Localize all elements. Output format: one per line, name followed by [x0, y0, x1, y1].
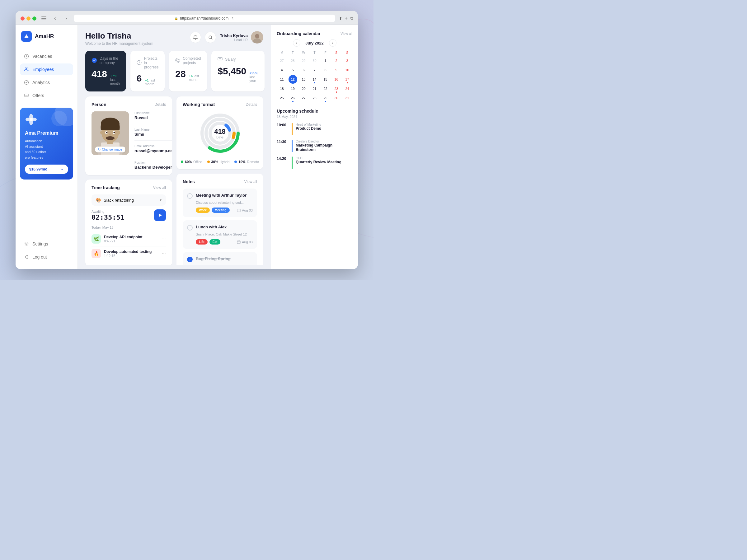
- cal-day-11[interactable]: 11: [278, 75, 286, 84]
- tracking-item-1-more[interactable]: ···: [162, 251, 166, 256]
- cal-day-20[interactable]: 20: [300, 84, 308, 93]
- change-photo-button[interactable]: ↻ Change image: [95, 146, 125, 153]
- tracking-item-0-more[interactable]: ···: [162, 236, 166, 242]
- cal-day-26[interactable]: 26: [288, 94, 297, 102]
- tracking-item-1-name: Develop automated testing: [104, 249, 159, 254]
- cal-day-8[interactable]: 8: [321, 65, 330, 74]
- premium-subscribe-button[interactable]: $16.99/mo →: [25, 165, 68, 174]
- cal-day-27a[interactable]: 27: [278, 56, 286, 65]
- cal-day-29a[interactable]: 29: [300, 56, 308, 65]
- first-name-label: First Name: [134, 111, 172, 115]
- cal-day-27[interactable]: 27: [300, 94, 308, 102]
- person-details-link[interactable]: Details: [154, 102, 166, 107]
- app-body: AmaHR Vacancies Employees: [16, 25, 358, 269]
- share-icon[interactable]: ⬆: [339, 16, 342, 21]
- tag-eat[interactable]: Eat: [209, 239, 221, 244]
- notes-view-all[interactable]: View all: [244, 180, 257, 184]
- sidebar-item-settings[interactable]: Settings: [20, 238, 73, 250]
- tag-meeting[interactable]: Meeting: [212, 208, 230, 213]
- cal-day-7[interactable]: 7: [310, 65, 319, 74]
- tag-work[interactable]: Work: [196, 208, 210, 213]
- svg-point-19: [176, 58, 180, 62]
- cal-day-5[interactable]: 5: [288, 65, 297, 74]
- cal-day-15[interactable]: 15: [321, 75, 330, 84]
- cal-day-2[interactable]: 2: [332, 56, 341, 65]
- calendar-view-all[interactable]: View all: [340, 32, 352, 35]
- calendar-next-button[interactable]: ›: [329, 39, 336, 47]
- cal-day-31[interactable]: 31: [343, 94, 352, 102]
- sidebar-item-offers[interactable]: Offers: [20, 89, 73, 101]
- working-format-details[interactable]: Details: [246, 102, 257, 107]
- offers-icon: [24, 93, 29, 98]
- sidebar-item-employees[interactable]: Employees: [20, 63, 73, 75]
- cal-day-14[interactable]: 14: [310, 75, 319, 84]
- cal-day-10[interactable]: 10: [343, 65, 352, 74]
- forward-button[interactable]: ›: [62, 15, 70, 22]
- note-0-subtitle: Discuss about refactoring cod...: [196, 201, 253, 205]
- schedule-bar-0: [292, 123, 292, 135]
- note-1-checkbox[interactable]: [187, 225, 193, 231]
- cal-day-30[interactable]: 30: [332, 94, 341, 102]
- note-0-tags: Work Meeting Aug 03: [196, 208, 253, 213]
- cal-day-1[interactable]: 1: [321, 56, 330, 65]
- cal-day-29[interactable]: 29: [321, 94, 330, 102]
- stat-completed-header: Completed projects: [175, 56, 201, 65]
- cal-day-22[interactable]: 22: [321, 84, 330, 93]
- cal-day-13[interactable]: 13: [300, 75, 308, 84]
- reload-icon[interactable]: ↻: [232, 17, 234, 21]
- note-0-checkbox[interactable]: [187, 193, 193, 199]
- minimize-button[interactable]: [26, 17, 30, 21]
- logo-area: AmaHR: [20, 31, 73, 42]
- timer-play-button[interactable]: [154, 209, 166, 221]
- days-check-icon: [92, 58, 97, 64]
- tag-life[interactable]: Life: [196, 239, 208, 244]
- notes-card-header: Notes View all: [183, 179, 257, 184]
- sidebar-toggle-icon[interactable]: [40, 15, 48, 22]
- address-bar[interactable]: 🔒 https://amahr/dashboard.com ↻: [74, 15, 335, 22]
- svg-rect-42: [237, 241, 240, 244]
- cal-day-12-today[interactable]: 12: [288, 75, 297, 84]
- cal-day-25[interactable]: 25: [278, 94, 286, 102]
- person-card-header: Person Details: [92, 102, 166, 107]
- note-2-checkbox[interactable]: ✓: [187, 257, 193, 262]
- svg-rect-41: [237, 209, 240, 212]
- cal-header-t1: T: [288, 50, 298, 56]
- cal-day-30a[interactable]: 30: [310, 56, 319, 65]
- sidebar-item-offers-label: Offers: [32, 93, 44, 98]
- cal-day-3[interactable]: 3: [343, 56, 352, 65]
- cal-day-19[interactable]: 19: [288, 84, 297, 93]
- content-grid: Person Details: [78, 97, 271, 269]
- cal-day-28a[interactable]: 28: [288, 56, 297, 65]
- right-panel: Onboarding calendar View all ‹ July 2022…: [271, 25, 358, 269]
- cal-day-4[interactable]: 4: [278, 65, 286, 74]
- sidebar-item-vacancies[interactable]: Vacancies: [20, 50, 73, 62]
- cal-day-18[interactable]: 18: [278, 84, 286, 93]
- calendar-prev-button[interactable]: ‹: [293, 39, 300, 47]
- task-dropdown[interactable]: 🎨 Slack refactoring ▾: [92, 194, 166, 206]
- sidebar-item-analytics[interactable]: Analytics: [20, 77, 73, 88]
- back-button[interactable]: ‹: [51, 15, 59, 22]
- cal-day-24[interactable]: 24: [343, 84, 352, 93]
- notifications-button[interactable]: [190, 32, 201, 43]
- close-button[interactable]: [21, 17, 25, 21]
- schedule-event-1: Marketing Campaign Brainstorm: [296, 143, 352, 152]
- avatar[interactable]: [251, 31, 263, 44]
- schedule-section: Upcoming schedule 18 May, 2024 10:00 Hea…: [277, 109, 352, 263]
- cal-day-9[interactable]: 9: [332, 65, 341, 74]
- cal-day-6[interactable]: 6: [300, 65, 308, 74]
- stat-completed-change: +4 last month: [189, 74, 201, 81]
- new-tab-icon[interactable]: +: [345, 16, 348, 21]
- cal-day-23[interactable]: 23: [332, 84, 341, 93]
- search-button[interactable]: [205, 32, 216, 43]
- maximize-button[interactable]: [32, 17, 36, 21]
- note-1-date: Aug 03: [237, 240, 253, 244]
- tabs-icon[interactable]: ⧉: [350, 16, 353, 21]
- cal-day-21[interactable]: 21: [310, 84, 319, 93]
- cal-day-17[interactable]: 17: [343, 75, 352, 84]
- time-tracking-view-all[interactable]: View all: [153, 185, 166, 190]
- cal-day-16[interactable]: 16: [332, 75, 341, 84]
- svg-point-5: [27, 68, 28, 69]
- sidebar-item-logout[interactable]: Log out: [20, 251, 73, 263]
- cal-day-28[interactable]: 28: [310, 94, 319, 102]
- left-column: Person Details: [85, 97, 172, 265]
